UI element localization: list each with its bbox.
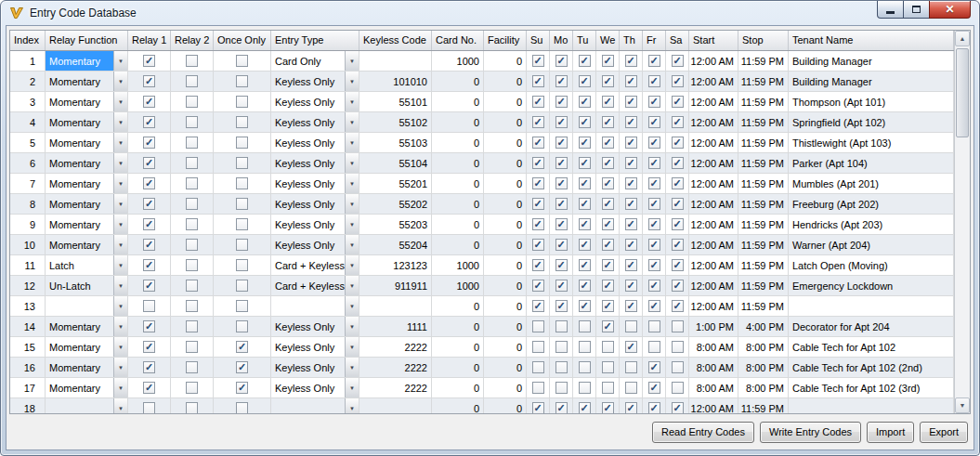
relay-function-select[interactable]: Momentary <box>46 112 113 132</box>
relay-function-select[interactable]: Momentary <box>46 317 113 336</box>
start-time-cell[interactable]: 12:00 AM <box>689 235 738 254</box>
row-index-cell[interactable]: 9 <box>10 215 46 234</box>
day-sa-checkbox[interactable]: ✓ <box>672 280 684 292</box>
stop-time-cell[interactable]: 11:59 PM <box>738 235 789 254</box>
relay1-checkbox[interactable]: ✓ <box>143 137 155 149</box>
dropdown-arrow-icon[interactable]: ▼ <box>345 153 359 173</box>
column-header-tu[interactable]: Tu <box>573 31 596 50</box>
card-no-cell[interactable]: 0 <box>432 398 484 413</box>
stop-time-cell[interactable]: 8:00 PM <box>738 358 789 377</box>
tenant-name-cell[interactable]: Mumbles (Apt 201) <box>789 174 954 193</box>
entry-type-select[interactable]: Keyless Only <box>271 133 345 152</box>
keyless-code-cell[interactable]: 55201 <box>359 174 432 193</box>
row-index-cell[interactable]: 1 <box>10 51 46 71</box>
stop-time-cell[interactable]: 11:59 PM <box>738 133 789 152</box>
column-header-sa[interactable]: Sa <box>666 31 689 50</box>
day-sa-checkbox[interactable]: ✓ <box>672 198 684 210</box>
day-mo-checkbox[interactable]: ✓ <box>555 239 568 251</box>
day-su-checkbox[interactable]: ✓ <box>532 259 544 271</box>
row-index-cell[interactable]: 17 <box>10 378 46 397</box>
day-sa-checkbox[interactable]: ✓ <box>672 75 684 87</box>
row-index-cell[interactable]: 12 <box>10 276 46 295</box>
tenant-name-cell[interactable]: Emergency Lockdown <box>789 276 954 295</box>
day-tu-checkbox[interactable]: ✓ <box>579 75 591 87</box>
keyless-code-cell[interactable]: 101010 <box>359 72 432 91</box>
day-th-checkbox[interactable]: ✓ <box>625 259 637 271</box>
day-we-checkbox[interactable]: ✓ <box>602 55 614 67</box>
maximize-button[interactable] <box>904 1 929 19</box>
start-time-cell[interactable]: 12:00 AM <box>689 255 738 275</box>
day-fr-checkbox[interactable]: ✓ <box>648 382 660 394</box>
start-time-cell[interactable]: 12:00 AM <box>689 296 738 316</box>
relay1-checkbox[interactable]: ✓ <box>143 361 155 373</box>
day-we-checkbox[interactable]: ✓ <box>602 75 614 87</box>
card-no-cell[interactable]: 0 <box>432 72 484 91</box>
dropdown-arrow-icon[interactable]: ▼ <box>345 194 359 214</box>
relay1-checkbox[interactable]: ✓ <box>143 320 155 332</box>
scrollbar-thumb[interactable] <box>956 48 969 137</box>
dropdown-arrow-icon[interactable]: ▼ <box>113 235 127 254</box>
start-time-cell[interactable]: 12:00 AM <box>689 112 738 132</box>
day-tu-checkbox[interactable]: ✓ <box>579 55 591 67</box>
day-tu-checkbox[interactable]: ✓ <box>579 239 591 251</box>
stop-time-cell[interactable]: 11:59 PM <box>738 215 789 234</box>
column-header-start[interactable]: Start <box>689 31 738 50</box>
relay1-checkbox[interactable]: ✓ <box>143 239 155 251</box>
card-no-cell[interactable]: 1000 <box>432 255 484 275</box>
facility-cell[interactable]: 0 <box>484 72 527 91</box>
keyless-code-cell[interactable] <box>359 51 432 71</box>
entry-type-select[interactable]: Keyless Only <box>271 112 345 132</box>
entry-type-select[interactable]: Keyless Only <box>271 378 345 397</box>
dropdown-arrow-icon[interactable]: ▼ <box>345 378 359 397</box>
day-sa-checkbox[interactable]: ✓ <box>672 116 684 128</box>
facility-cell[interactable]: 0 <box>484 398 527 413</box>
dropdown-arrow-icon[interactable]: ▼ <box>345 72 359 91</box>
day-we-checkbox[interactable]: ✓ <box>602 402 614 413</box>
day-tu-checkbox[interactable] <box>579 320 591 332</box>
stop-time-cell[interactable]: 11:59 PM <box>738 174 789 193</box>
card-no-cell[interactable]: 0 <box>432 296 484 316</box>
once-only-checkbox[interactable] <box>236 157 248 169</box>
dropdown-arrow-icon[interactable]: ▼ <box>345 174 359 193</box>
tenant-name-cell[interactable]: Building Manager <box>789 72 954 91</box>
row-index-cell[interactable]: 4 <box>10 112 46 132</box>
column-header-mo[interactable]: Mo <box>550 31 573 50</box>
day-tu-checkbox[interactable]: ✓ <box>579 280 591 292</box>
relay1-checkbox[interactable]: ✓ <box>143 177 155 189</box>
dropdown-arrow-icon[interactable]: ▼ <box>113 215 127 234</box>
day-su-checkbox[interactable] <box>532 341 544 353</box>
start-time-cell[interactable]: 12:00 AM <box>689 174 738 193</box>
facility-cell[interactable]: 0 <box>484 153 527 173</box>
dropdown-arrow-icon[interactable]: ▼ <box>345 112 359 132</box>
facility-cell[interactable]: 0 <box>484 255 527 275</box>
relay-function-select[interactable]: Momentary <box>46 133 113 152</box>
day-th-checkbox[interactable]: ✓ <box>625 116 637 128</box>
relay2-checkbox[interactable] <box>186 137 198 149</box>
relay2-checkbox[interactable] <box>186 239 198 251</box>
day-tu-checkbox[interactable]: ✓ <box>579 259 591 271</box>
day-tu-checkbox[interactable]: ✓ <box>579 198 591 210</box>
relay1-checkbox[interactable]: ✓ <box>143 280 155 292</box>
facility-cell[interactable]: 0 <box>484 378 527 397</box>
row-index-cell[interactable]: 18 <box>10 398 46 413</box>
dropdown-arrow-icon[interactable]: ▼ <box>345 133 359 152</box>
day-fr-checkbox[interactable]: ✓ <box>648 239 660 251</box>
row-index-cell[interactable]: 10 <box>10 235 46 254</box>
day-we-checkbox[interactable]: ✓ <box>602 137 614 149</box>
facility-cell[interactable]: 0 <box>484 276 527 295</box>
day-su-checkbox[interactable]: ✓ <box>532 300 544 312</box>
facility-cell[interactable]: 0 <box>484 51 527 71</box>
stop-time-cell[interactable]: 11:59 PM <box>738 51 789 71</box>
row-index-cell[interactable]: 11 <box>10 255 46 275</box>
day-tu-checkbox[interactable] <box>579 382 591 394</box>
relay-function-select[interactable]: Momentary <box>46 358 113 377</box>
day-fr-checkbox[interactable]: ✓ <box>648 361 660 373</box>
dropdown-arrow-icon[interactable]: ▼ <box>113 194 127 214</box>
tenant-name-cell[interactable]: Parker (Apt 104) <box>789 153 954 173</box>
once-only-checkbox[interactable]: ✓ <box>236 382 248 394</box>
day-we-checkbox[interactable]: ✓ <box>602 198 614 210</box>
day-fr-checkbox[interactable]: ✓ <box>648 137 660 149</box>
day-mo-checkbox[interactable]: ✓ <box>555 157 568 169</box>
row-index-cell[interactable]: 16 <box>10 358 46 377</box>
tenant-name-cell[interactable]: Thistlewight (Apt 103) <box>789 133 954 152</box>
